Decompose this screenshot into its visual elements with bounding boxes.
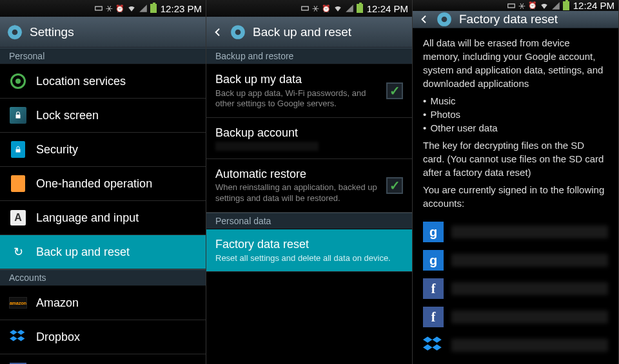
signal-icon: [139, 4, 148, 13]
item-dropbox[interactable]: Dropbox: [0, 320, 206, 354]
header[interactable]: Back up and reset: [206, 17, 412, 48]
alarm-icon: ⏰: [528, 1, 537, 10]
item-automatic-restore[interactable]: Automatic restore When reinstalling an a…: [206, 159, 412, 213]
back-icon[interactable]: [213, 27, 223, 37]
backup-account-value: [215, 142, 319, 151]
google-icon: g: [423, 222, 444, 242]
screen-backup-reset: ⚹ ⏰ 12:24 PM Back up and reset Backup an…: [206, 0, 413, 364]
dropbox-icon: [10, 329, 26, 345]
wifi-icon: [333, 4, 342, 13]
account-google-1: g: [413, 218, 618, 246]
amazon-icon: amazon: [9, 297, 27, 309]
header[interactable]: Factory data reset: [413, 11, 618, 28]
account-facebook-2: f: [413, 303, 618, 331]
section-backup-restore: Backup and restore: [206, 48, 412, 64]
battery-icon: [150, 4, 157, 13]
status-bar: ⚹ ⏰ 12:24 PM: [206, 0, 412, 17]
facebook-icon: f: [423, 307, 444, 327]
bluetooth-icon: ⚹: [518, 1, 526, 11]
item-amazon[interactable]: amazon Amazon: [0, 286, 206, 320]
screen-factory-reset: ⚹ ⏰ 12:24 PM Factory data reset All data…: [413, 0, 619, 364]
page-title: Settings: [30, 25, 74, 39]
warning-text: All data will be erased from device memo…: [413, 28, 618, 218]
item-location-services[interactable]: Location services: [0, 64, 206, 99]
dropbox-icon: [423, 335, 444, 356]
signal-icon: [345, 4, 354, 13]
hand-icon: [11, 175, 25, 192]
item-language-input[interactable]: A Language and input: [0, 201, 206, 235]
clock: 12:23 PM: [161, 3, 202, 14]
auto-restore-checkbox[interactable]: [386, 177, 403, 194]
facebook-icon: f: [423, 278, 444, 299]
item-facebook[interactable]: f Facebook: [0, 354, 206, 364]
cast-icon: [94, 4, 103, 13]
gear-icon: [6, 24, 23, 41]
svg-point-5: [235, 29, 241, 35]
status-bar: ⚹ ⏰ 12:23 PM: [0, 0, 206, 17]
item-lock-screen[interactable]: Lock screen: [0, 99, 206, 133]
svg-point-7: [442, 17, 447, 23]
status-bar: ⚹ ⏰ 12:24 PM: [413, 0, 618, 11]
lock-screen-icon: [10, 107, 26, 124]
section-personal: Personal: [0, 48, 206, 64]
svg-point-1: [12, 29, 18, 35]
clock: 12:24 PM: [573, 0, 614, 11]
gear-icon: [436, 11, 453, 28]
location-icon: [10, 73, 26, 89]
settings-list: Location services Lock screen Security O…: [0, 64, 206, 364]
screen-settings: ⚹ ⏰ 12:23 PM Settings Personal Location …: [0, 0, 206, 364]
clock: 12:24 PM: [367, 3, 408, 14]
cast-icon: [300, 4, 310, 13]
item-backup-reset[interactable]: ↻ Back up and reset: [0, 235, 206, 269]
item-one-handed[interactable]: One-handed operation: [0, 167, 206, 201]
battery-icon: [563, 1, 569, 10]
bluetooth-icon: ⚹: [312, 3, 319, 14]
svg-rect-2: [16, 115, 21, 119]
wifi-icon: [127, 4, 136, 13]
alarm-icon: ⏰: [322, 5, 331, 13]
item-backup-my-data[interactable]: Back up my data Back up app data, Wi-Fi …: [206, 64, 412, 118]
section-accounts: Accounts: [0, 269, 206, 286]
section-personal-data: Personal data: [206, 213, 412, 229]
back-icon[interactable]: [419, 14, 429, 24]
alarm-icon: ⏰: [115, 5, 124, 13]
account-facebook-1: f: [413, 274, 618, 303]
security-icon: [11, 141, 25, 158]
item-factory-data-reset[interactable]: Factory data reset Reset all settings an…: [206, 229, 412, 272]
item-backup-account[interactable]: Backup account: [206, 118, 412, 159]
page-title: Back up and reset: [253, 25, 351, 39]
google-icon: g: [423, 250, 444, 271]
account-google-2: g: [413, 246, 618, 274]
battery-icon: [357, 4, 363, 13]
language-icon: A: [10, 210, 26, 225]
item-security[interactable]: Security: [0, 133, 206, 167]
page-title: Factory data reset: [459, 12, 558, 26]
header: Settings: [0, 17, 206, 48]
backup-data-checkbox[interactable]: [386, 82, 403, 99]
wifi-icon: [540, 1, 549, 10]
account-dropbox: [413, 331, 618, 359]
backup-icon: ↻: [10, 244, 26, 260]
gear-icon: [230, 24, 246, 41]
signal-icon: [551, 1, 560, 10]
svg-rect-3: [16, 149, 21, 153]
cast-icon: [507, 1, 516, 10]
bluetooth-icon: ⚹: [106, 3, 113, 14]
